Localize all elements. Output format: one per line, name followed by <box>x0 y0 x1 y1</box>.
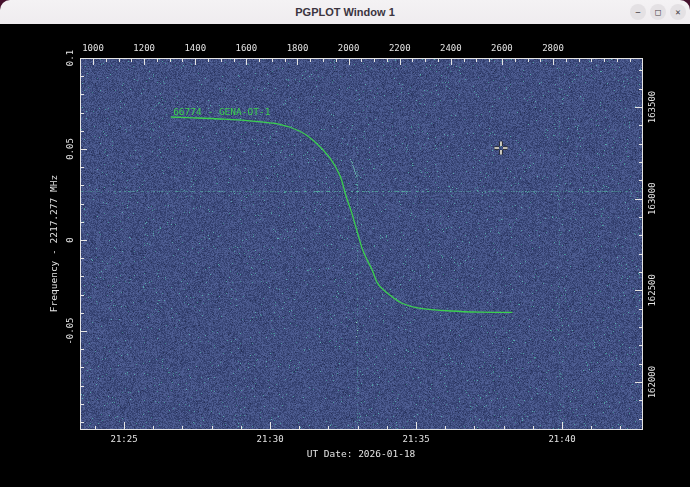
minimize-button[interactable]: − <box>630 4 646 20</box>
close-button[interactable]: ✕ <box>670 4 686 20</box>
minimize-icon: − <box>635 8 640 17</box>
window-controls: − □ ✕ <box>630 0 686 24</box>
maximize-button[interactable]: □ <box>650 4 666 20</box>
window-title: PGPLOT Window 1 <box>295 6 395 18</box>
spectrogram-waterfall[interactable] <box>80 58 642 429</box>
pgplot-window: PGPLOT Window 1 − □ ✕ 100012001400160018… <box>0 0 690 487</box>
maximize-icon: □ <box>655 8 660 17</box>
window-titlebar[interactable]: PGPLOT Window 1 − □ ✕ <box>0 0 690 25</box>
close-icon: ✕ <box>675 8 680 17</box>
